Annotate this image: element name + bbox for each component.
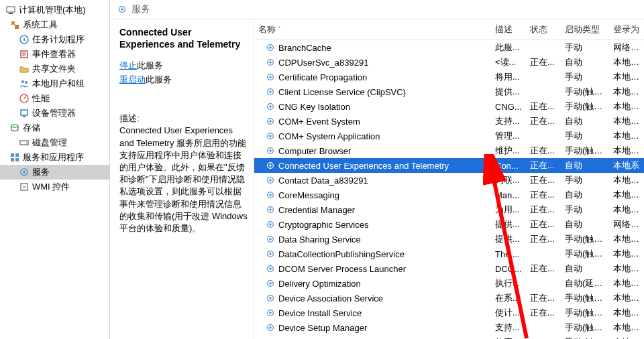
header-bar: 服务 xyxy=(110,0,644,19)
service-row[interactable]: Device Install Service使计...正在...手动(触发...… xyxy=(254,306,644,320)
svg-point-59 xyxy=(269,312,272,314)
svg-point-23 xyxy=(269,46,272,49)
service-name: Device Association Service xyxy=(278,293,383,303)
col-startup-header[interactable]: 启动类型 xyxy=(561,23,609,36)
col-name-header[interactable]: 名称 ˆ xyxy=(254,23,491,36)
service-startup: 自动 xyxy=(561,218,609,230)
service-row[interactable]: CDPUserSvc_a839291<读...正在...自动本地系... xyxy=(254,55,644,70)
service-row[interactable]: BranchCache此服...手动网络服... xyxy=(254,40,644,55)
col-status-header[interactable]: 状态 xyxy=(526,23,561,36)
service-logon: 本地服... xyxy=(609,115,644,127)
svg-point-31 xyxy=(269,105,272,108)
service-gear-icon xyxy=(265,234,276,245)
tools-icon xyxy=(9,19,20,30)
service-row[interactable]: Credential Manager为用...正在...手动本地系... xyxy=(254,202,644,217)
service-startup: 手动 xyxy=(561,174,609,186)
service-startup: 自动 xyxy=(561,189,609,201)
service-name: DataCollectionPublishingService xyxy=(278,249,405,259)
tree-item-label: 性能 xyxy=(32,92,50,105)
tree-item-label: WMI 控件 xyxy=(32,181,70,193)
service-logon: 本地系... xyxy=(609,248,644,260)
service-logon: 本地系... xyxy=(609,204,644,216)
service-row[interactable]: COM+ System Application管理...手动本地系... xyxy=(254,129,644,143)
service-desc: 为用... xyxy=(491,204,526,216)
service-row[interactable]: Delivery Optimization执行...自动(延迟...本地系... xyxy=(254,276,644,291)
service-row[interactable]: Client License Service (ClipSVC)提供...手动(… xyxy=(254,84,644,99)
service-row[interactable]: Contact Data_a839291为联...正在...手动本地系... xyxy=(254,173,644,188)
service-desc: DCO... xyxy=(491,264,526,274)
svg-rect-15 xyxy=(11,158,14,161)
service-startup: 手动(触发... xyxy=(561,248,609,260)
tree-item-disk[interactable]: 磁盘管理 xyxy=(0,135,109,150)
service-startup: 手动 xyxy=(561,71,609,83)
service-name: COM+ System Application xyxy=(278,131,380,141)
service-row[interactable]: Certificate Propagation将用...手动本地系... xyxy=(254,70,644,84)
restart-link[interactable]: 重启动 xyxy=(119,74,146,84)
list-header: 名称 ˆ 描述 状态 启动类型 登录为 xyxy=(254,19,644,40)
service-status: 正在... xyxy=(526,263,561,275)
service-logon: 本地系... xyxy=(609,322,644,334)
service-gear-icon xyxy=(265,145,276,156)
service-logon: 本地服... xyxy=(609,189,644,201)
service-row[interactable]: DCOM Server Process LauncherDCO...正在...自… xyxy=(254,261,644,276)
svg-point-43 xyxy=(269,194,272,196)
service-gear-icon xyxy=(265,308,276,318)
tree-item-perf[interactable]: 性能 xyxy=(0,91,109,106)
tree-item-wmi[interactable]: WMI 控件 xyxy=(0,180,109,194)
service-name: Certificate Propagation xyxy=(278,72,367,82)
service-name: Client License Service (ClipSVC) xyxy=(278,87,406,97)
tree-root[interactable]: 计算机管理(本地) xyxy=(0,3,109,17)
service-row[interactable]: DevQuery Background Discovery Broker使应..… xyxy=(254,335,644,339)
service-startup: 手动(触发... xyxy=(561,322,609,334)
service-status: 正在... xyxy=(526,189,561,201)
service-row[interactable]: Cryptographic Services提供...正在...自动网络服... xyxy=(254,217,644,232)
service-desc: Con... xyxy=(491,161,526,171)
detail-title: Connected User Experiences and Telemetry xyxy=(119,26,248,50)
tree-item-devices[interactable]: 设备管理器 xyxy=(0,106,109,121)
service-status: 正在... xyxy=(526,145,561,157)
service-row[interactable]: COM+ Event System支持...正在...自动本地服... xyxy=(254,114,644,129)
service-row[interactable]: Computer Browser维护...正在...手动(触发...本地系... xyxy=(254,143,644,158)
service-row[interactable]: Device Setup Manager支持...手动(触发...本地系... xyxy=(254,320,644,335)
service-logon: 本地系... xyxy=(609,130,644,142)
col-desc-header[interactable]: 描述 xyxy=(491,23,526,36)
service-row[interactable]: DataCollectionPublishingServiceThe ...手动… xyxy=(254,247,644,261)
tree-item-label: 服务和应用程序 xyxy=(23,151,84,163)
service-logon: 本地系... xyxy=(609,71,644,83)
svg-point-29 xyxy=(269,90,272,93)
service-gear-icon xyxy=(265,293,276,303)
tree-item-apps[interactable]: 服务和应用程序 xyxy=(0,150,109,165)
service-logon: 本地系... xyxy=(609,86,644,98)
svg-point-61 xyxy=(269,326,272,329)
tree-item-label: 服务 xyxy=(32,166,50,178)
service-desc: The ... xyxy=(491,249,526,259)
tree-item-label: 设备管理器 xyxy=(32,107,76,119)
svg-rect-16 xyxy=(15,158,19,161)
service-desc: 将用... xyxy=(491,71,526,83)
tree-item-users[interactable]: 本地用户和组 xyxy=(0,76,109,91)
service-row[interactable]: Device Association Service在系...正在...手动(触… xyxy=(254,291,644,306)
service-row[interactable]: CoreMessagingMan...正在...自动本地服... xyxy=(254,188,644,202)
service-row[interactable]: CNG Key IsolationCNG...正在...手动(触发...本地系.… xyxy=(254,99,644,114)
service-name: Connected User Experiences and Telemetry xyxy=(278,161,449,171)
col-logon-header[interactable]: 登录为 xyxy=(609,23,644,36)
service-desc: 管理... xyxy=(491,130,526,142)
tree-item-gear[interactable]: 服务 xyxy=(0,165,109,180)
tree-item-schedule[interactable]: 任务计划程序 xyxy=(0,32,109,47)
tree-item-events[interactable]: 事件查看器 xyxy=(0,47,109,62)
stop-action: 停止此服务 xyxy=(119,60,248,72)
service-startup: 自动 xyxy=(561,56,609,68)
svg-point-37 xyxy=(269,149,272,152)
tree-item-storage[interactable]: 存储 xyxy=(0,121,109,135)
tree-item-label: 磁盘管理 xyxy=(32,137,67,149)
service-status: 正在... xyxy=(526,115,561,127)
tree-item-folders[interactable]: 共享文件夹 xyxy=(0,62,109,76)
service-row[interactable]: Connected User Experiences and Telemetry… xyxy=(254,158,644,173)
tree-item-tools[interactable]: 系统工具 xyxy=(0,17,109,32)
service-logon: 本地系 xyxy=(609,159,644,172)
service-name: Computer Browser xyxy=(278,146,351,156)
stop-link[interactable]: 停止 xyxy=(119,60,137,70)
service-status: 正在... xyxy=(526,174,561,186)
service-row[interactable]: Data Sharing Service提供...正在...手动(触发...本地… xyxy=(254,232,644,247)
service-startup: 手动 xyxy=(561,42,609,54)
